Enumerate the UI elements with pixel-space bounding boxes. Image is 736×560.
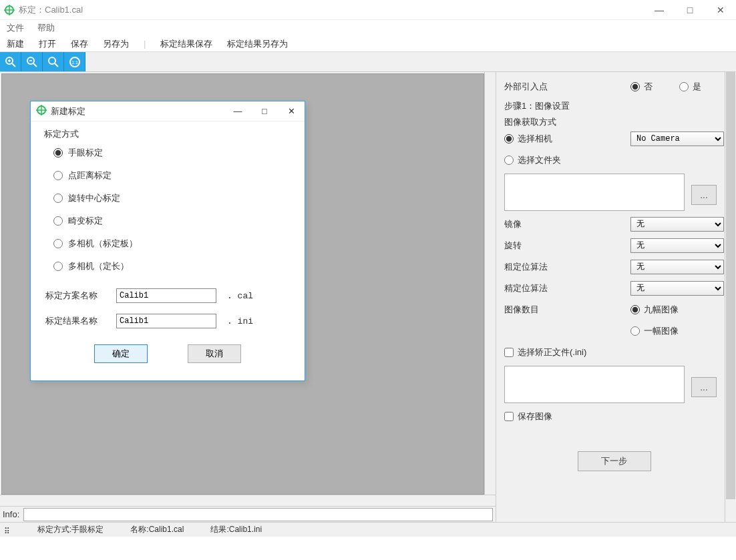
info-label: Info: <box>3 509 19 519</box>
svg-point-10 <box>49 57 55 64</box>
zoom-toolbar: 1:1 <box>0 52 736 72</box>
ext-point-yes[interactable]: 是 <box>679 81 701 93</box>
opt-multi-cam-fixed[interactable]: 多相机（定长） <box>53 260 291 272</box>
dialog-close-button[interactable]: ✕ <box>278 101 305 121</box>
select-ini-checkbox[interactable]: 选择矫正文件(.ini) <box>504 346 586 358</box>
action-save[interactable]: 保存 <box>71 38 88 50</box>
svg-line-8 <box>33 63 37 67</box>
ext-point-label: 外部引入点 <box>504 81 630 93</box>
app-icon <box>4 5 15 15</box>
mirror-label: 镜像 <box>504 218 630 230</box>
result-name-label: 标定结果名称 <box>45 315 106 327</box>
plan-name-label: 标定方案名称 <box>45 290 106 302</box>
minimize-button[interactable]: — <box>644 0 675 20</box>
camera-select[interactable]: No Camera <box>630 131 724 146</box>
fine-label: 精定位算法 <box>504 282 630 294</box>
zoom-in-button[interactable] <box>0 52 21 71</box>
action-open[interactable]: 打开 <box>39 38 56 50</box>
close-button[interactable]: ✕ <box>705 0 736 20</box>
opt-distortion[interactable]: 畸变标定 <box>53 215 291 227</box>
calib-mode-label: 标定方式 <box>44 128 291 140</box>
window-titlebar: 标定：Calib1.cal — □ ✕ <box>0 0 736 20</box>
next-step-button[interactable]: 下一步 <box>578 451 651 471</box>
ext-point-no[interactable]: 否 <box>630 81 653 93</box>
folder-path-display <box>504 174 685 211</box>
browse-folder-button[interactable]: ... <box>691 185 717 205</box>
action-toolbar: 新建 打开 保存 另存为 | 标定结果保存 标定结果另存为 <box>0 36 736 52</box>
settings-panel: 外部引入点 否 是 步骤1：图像设置 图像获取方式 选择相机 No Camera… <box>496 72 736 522</box>
result-name-input[interactable] <box>116 314 216 328</box>
plan-name-input[interactable] <box>116 288 216 303</box>
menu-file[interactable]: 文件 <box>7 22 24 34</box>
menubar: 文件 帮助 <box>0 20 736 36</box>
new-calibration-dialog: 新建标定 — □ ✕ 标定方式 手眼标定 点距离标定 旋转中心标定 <box>30 101 305 381</box>
menu-help[interactable]: 帮助 <box>37 22 55 34</box>
opt-multi-cam-board[interactable]: 多相机（标定板） <box>53 238 291 250</box>
opt-point-distance[interactable]: 点距离标定 <box>53 170 291 182</box>
window-title: 标定：Calib1.cal <box>19 4 83 16</box>
svg-line-11 <box>55 63 58 67</box>
select-folder-radio[interactable]: 选择文件夹 <box>504 154 724 166</box>
dialog-minimize-button[interactable]: — <box>224 101 251 121</box>
browse-ini-button[interactable]: ... <box>691 377 717 397</box>
image-canvas[interactable]: 新建标定 — □ ✕ 标定方式 手眼标定 点距离标定 旋转中心标定 <box>1 73 484 495</box>
info-input[interactable] <box>23 508 493 521</box>
img-count-label: 图像数目 <box>504 304 630 316</box>
coarse-label: 粗定位算法 <box>504 261 630 273</box>
side-vscroll[interactable] <box>725 72 736 522</box>
cancel-button[interactable]: 取消 <box>188 344 241 363</box>
coarse-select[interactable]: 无 <box>630 260 724 274</box>
status-name: 名称:Calib1.cal <box>130 524 184 535</box>
acq-mode-heading: 图像获取方式 <box>504 116 724 128</box>
action-result-save[interactable]: 标定结果保存 <box>160 38 212 50</box>
dialog-icon <box>36 105 47 117</box>
nine-images-radio[interactable]: 九幅图像 <box>630 304 724 316</box>
status-result: 结果:Calib1.ini <box>210 524 262 535</box>
zoom-out-button[interactable] <box>21 52 43 71</box>
maximize-button[interactable]: □ <box>675 0 705 20</box>
canvas-vscroll[interactable] <box>484 72 496 495</box>
zoom-actual-button[interactable]: 1:1 <box>64 52 85 71</box>
status-mode: 标定方式:手眼标定 <box>37 524 104 535</box>
action-new[interactable]: 新建 <box>7 38 24 50</box>
action-saveas[interactable]: 另存为 <box>103 38 129 50</box>
one-image-radio[interactable]: 一幅图像 <box>630 325 724 337</box>
zoom-fit-button[interactable] <box>43 52 64 71</box>
dialog-title: 新建标定 <box>51 105 85 117</box>
canvas-hscroll[interactable] <box>0 495 496 506</box>
mirror-select[interactable]: 无 <box>630 217 724 232</box>
statusbar: ⠿ 标定方式:手眼标定 名称:Calib1.cal 结果:Calib1.ini <box>0 522 736 537</box>
ini-path-display <box>504 366 685 403</box>
step1-heading: 步骤1：图像设置 <box>504 100 724 112</box>
action-result-saveas[interactable]: 标定结果另存为 <box>227 38 288 50</box>
svg-text:1:1: 1:1 <box>71 60 78 65</box>
result-ext: . ini <box>227 316 253 326</box>
svg-line-4 <box>12 63 15 67</box>
canvas-panel: 新建标定 — □ ✕ 标定方式 手眼标定 点距离标定 旋转中心标定 <box>0 72 496 522</box>
plan-ext: . cal <box>227 291 253 301</box>
rotate-label: 旋转 <box>504 240 630 252</box>
save-image-checkbox[interactable]: 保存图像 <box>504 410 552 423</box>
rotate-select[interactable]: 无 <box>630 238 724 253</box>
grip-icon: ⠿ <box>4 527 11 533</box>
opt-rotation-center[interactable]: 旋转中心标定 <box>53 192 291 204</box>
opt-hand-eye[interactable]: 手眼标定 <box>53 147 291 159</box>
fine-select[interactable]: 无 <box>630 281 724 296</box>
dialog-maximize-button[interactable]: □ <box>251 101 278 121</box>
select-camera-radio[interactable]: 选择相机 <box>504 133 630 145</box>
separator: | <box>144 39 146 49</box>
ok-button[interactable]: 确定 <box>94 344 148 363</box>
